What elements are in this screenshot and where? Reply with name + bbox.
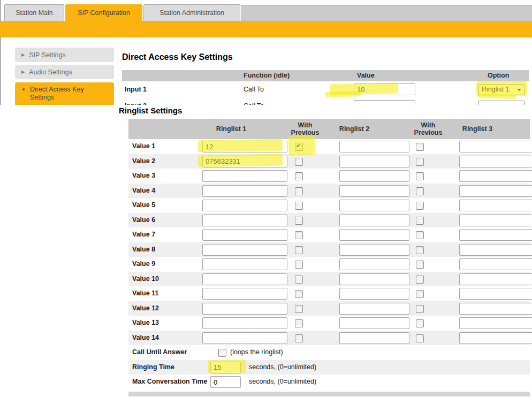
ringlist1-input[interactable] — [202, 317, 287, 329]
ringlist3-input[interactable] — [459, 273, 532, 285]
table-row-input1: Input 1 Call To Ringlist 1 — [122, 81, 529, 98]
ringlist-value-row: Value 1 — [128, 139, 530, 154]
ringlist1-input[interactable] — [202, 244, 287, 256]
ringlist1-input[interactable] — [202, 258, 287, 270]
ringlist2-input[interactable] — [339, 170, 409, 182]
ringlist-value-row: Value 4 — [128, 184, 530, 198]
ringlist1-input[interactable] — [202, 303, 287, 315]
ringlist1-input[interactable] — [202, 288, 287, 300]
with-previous-checkbox[interactable] — [295, 261, 303, 269]
with-previous-checkbox[interactable] — [295, 187, 303, 195]
with-previous-checkbox[interactable] — [295, 231, 303, 239]
ringlist3-input[interactable] — [459, 288, 532, 300]
with-previous-checkbox[interactable] — [295, 290, 303, 298]
with-previous-checkbox[interactable] — [416, 261, 424, 269]
ringlist1-input[interactable] — [202, 229, 287, 241]
with-previous-checkbox[interactable] — [295, 202, 303, 210]
ringlist3-input[interactable] — [459, 258, 532, 270]
ringlist3-input[interactable] — [459, 317, 532, 329]
with-previous-checkbox[interactable] — [416, 276, 424, 284]
ringlist3-input[interactable] — [459, 229, 532, 241]
with-previous-checkbox[interactable] — [416, 246, 424, 254]
with-previous-checkbox[interactable] — [416, 202, 424, 210]
column-header-with-previous: With Previous — [286, 121, 324, 136]
with-previous-checkbox[interactable] — [295, 246, 303, 254]
with-previous-checkbox[interactable] — [295, 217, 303, 225]
with-previous-checkbox[interactable] — [295, 305, 303, 313]
tab-station-main[interactable]: Station Main — [4, 4, 64, 21]
option-select[interactable]: Ringlist 1 — [478, 84, 525, 95]
ringlist3-input[interactable] — [459, 215, 532, 226]
ringlist3-input[interactable] — [459, 200, 532, 211]
ringlist3-input[interactable] — [459, 170, 532, 182]
ringlist1-input[interactable] — [202, 170, 287, 182]
ringlist3-input[interactable] — [459, 244, 532, 256]
ringlist2-input[interactable] — [339, 332, 409, 344]
ringlist1-input[interactable] — [202, 156, 287, 167]
tab-sip-configuration[interactable]: SIP Configuration — [65, 4, 142, 21]
ringlist-value-row: Value 14 — [128, 331, 530, 346]
ringlist-table-header: Ringlist 1 With Previous Ringlist 2 With… — [128, 119, 530, 139]
with-previous-checkbox[interactable] — [416, 172, 424, 180]
sidebar-item-direct-access-key-settings[interactable]: ▼ Direct Access Key Settings — [15, 82, 114, 107]
ringlist2-input[interactable] — [339, 215, 409, 226]
row-label: Value 13 — [132, 316, 159, 331]
with-previous-checkbox[interactable] — [416, 334, 424, 342]
column-header-ringlist2: Ringlist 2 — [322, 125, 386, 133]
ringlist3-input[interactable] — [459, 303, 532, 315]
ringlist2-input[interactable] — [339, 288, 409, 300]
tab-station-administration[interactable]: Station Administration — [143, 4, 240, 21]
with-previous-checkbox[interactable] — [295, 276, 303, 284]
ringlist2-input[interactable] — [339, 229, 409, 241]
sidebar-item-sip-settings[interactable]: ▶ SIP Settings — [15, 48, 114, 62]
ringing-time-input[interactable] — [210, 362, 241, 373]
with-previous-checkbox[interactable] — [416, 158, 424, 166]
column-header-value: Value — [357, 70, 375, 81]
with-previous-checkbox[interactable] — [295, 319, 303, 327]
ringlist2-input[interactable] — [339, 273, 409, 285]
ringlist-value-row: Value 3 — [128, 169, 530, 184]
ringlist1-input[interactable] — [202, 332, 287, 344]
ringlist2-input[interactable] — [339, 244, 409, 256]
ringlist2-input[interactable] — [339, 258, 409, 270]
max-conversation-time-row: Max Conversation Time seconds, (0=unlimi… — [128, 375, 530, 390]
with-previous-checkbox[interactable] — [416, 319, 424, 327]
ringlist2-input[interactable] — [339, 156, 409, 167]
with-previous-checkbox[interactable] — [416, 231, 424, 239]
ringlist1-input[interactable] — [202, 185, 287, 197]
ringlist1-input[interactable] — [202, 200, 287, 211]
sidebar-item-audio-settings[interactable]: ▶ Audio Settings — [15, 65, 114, 79]
ringlist2-input[interactable] — [339, 141, 409, 152]
ringlist3-input[interactable] — [459, 156, 532, 167]
with-previous-checkbox[interactable] — [416, 217, 424, 225]
call-until-answer-checkbox[interactable] — [218, 349, 226, 357]
ringlist2-input[interactable] — [339, 200, 409, 211]
with-previous-checkbox[interactable] — [416, 187, 424, 195]
ringlist-value-row: Value 2 — [128, 154, 530, 169]
ringlist-value-row: Value 9 — [128, 257, 530, 272]
ringlist1-input[interactable] — [202, 141, 287, 152]
row-label: Value 1 — [132, 139, 155, 154]
ringlist3-input[interactable] — [459, 185, 532, 197]
with-previous-checkbox[interactable] — [295, 172, 303, 180]
value-input[interactable] — [354, 83, 415, 95]
function-value: Call To — [244, 86, 264, 93]
ringlist-value-row: Value 7 — [128, 227, 530, 242]
ringlist2-input[interactable] — [339, 317, 409, 329]
ringlist1-input[interactable] — [202, 273, 287, 285]
ringlist3-input[interactable] — [459, 332, 532, 344]
with-previous-checkbox[interactable] — [416, 290, 424, 298]
with-previous-checkbox[interactable] — [295, 158, 303, 166]
with-previous-checkbox[interactable] — [416, 305, 424, 313]
ringlist2-input[interactable] — [339, 303, 409, 315]
ringlist3-input[interactable] — [459, 141, 532, 152]
with-previous-checkbox[interactable] — [416, 143, 424, 151]
with-previous-checkbox[interactable] — [295, 143, 303, 151]
ringlist2-input[interactable] — [339, 185, 409, 197]
max-conversation-time-input[interactable] — [210, 376, 241, 388]
ringlist1-input[interactable] — [202, 215, 287, 226]
with-previous-checkbox[interactable] — [295, 334, 303, 342]
row-label: Value 2 — [132, 154, 155, 169]
units-caption: seconds, (0=unlimited) — [249, 375, 316, 390]
table-footer-bar — [128, 392, 530, 396]
